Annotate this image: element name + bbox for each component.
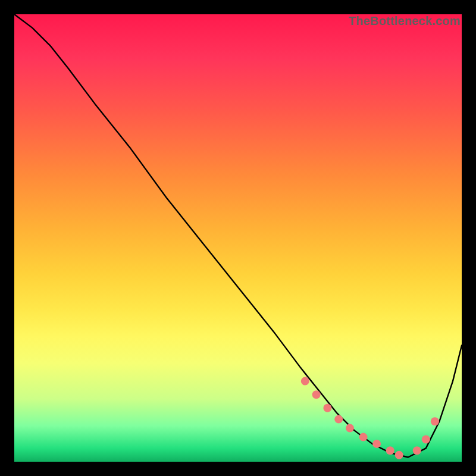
highlight-point (334, 415, 343, 424)
highlight-point (395, 451, 403, 459)
highlight-point (301, 377, 309, 386)
highlight-point (346, 424, 354, 433)
highlight-point (413, 446, 421, 455)
highlight-point (323, 404, 331, 412)
highlight-point (359, 433, 368, 441)
optimal-range-points (301, 377, 439, 459)
highlight-point (431, 417, 439, 425)
bottleneck-curve (14, 14, 462, 458)
highlight-point (422, 435, 430, 443)
highlight-point (372, 440, 381, 448)
highlight-point (312, 390, 321, 399)
chart-svg (14, 14, 462, 462)
chart-frame: TheBottleneck.com (14, 14, 462, 462)
highlight-point (386, 446, 394, 455)
